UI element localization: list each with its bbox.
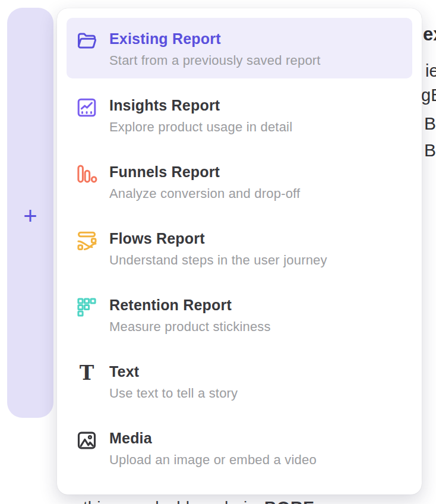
funnels-bars-icon bbox=[76, 163, 97, 185]
menu-item-retention-report[interactable]: Retention Report Measure product stickin… bbox=[67, 284, 412, 345]
menu-item-subtitle: Measure product stickiness bbox=[109, 319, 271, 335]
menu-item-text: Funnels Report Analyze conversion and dr… bbox=[109, 163, 300, 202]
menu-item-subtitle: Use text to tell a story bbox=[109, 385, 238, 402]
menu-item-text: Flows Report Understand steps in the use… bbox=[109, 229, 327, 269]
background-text-fragment: BORE bbox=[264, 498, 315, 504]
background-text-fragment: B bbox=[424, 114, 436, 134]
background-text-fragment: gE bbox=[421, 86, 436, 105]
insights-chart-icon bbox=[76, 97, 97, 118]
background-text-fragment: ex bbox=[423, 24, 436, 45]
background-text-fragment: ie bbox=[425, 61, 436, 81]
retention-grid-icon bbox=[76, 297, 97, 318]
menu-item-subtitle: Upload an image or embed a video bbox=[109, 452, 317, 468]
menu-item-subtitle: Explore product usage in detail bbox=[109, 119, 292, 136]
menu-item-text: Media Upload an image or embed a video bbox=[109, 429, 317, 468]
add-report-menu: Existing Report Start from a previously … bbox=[57, 8, 422, 494]
menu-item-funnels-report[interactable]: Funnels Report Analyze conversion and dr… bbox=[67, 151, 412, 212]
menu-item-text: Existing Report Start from a previously … bbox=[109, 30, 321, 69]
menu-item-title: Text bbox=[109, 363, 238, 380]
flows-stream-icon bbox=[76, 230, 97, 251]
plus-icon: + bbox=[23, 204, 37, 228]
menu-item-title: Flows Report bbox=[109, 229, 327, 247]
menu-item-insights-report[interactable]: Insights Report Explore product usage in… bbox=[67, 84, 412, 145]
menu-item-existing-report[interactable]: Existing Report Start from a previously … bbox=[67, 18, 412, 78]
menu-item-text: Retention Report Measure product stickin… bbox=[109, 296, 271, 335]
menu-item-title: Media bbox=[109, 429, 317, 447]
text-serif-icon: T bbox=[76, 363, 97, 385]
menu-item-subtitle: Start from a previously saved report bbox=[109, 52, 321, 69]
background-text-fragment: in bbox=[244, 498, 257, 504]
menu-item-subtitle: Analyze conversion and drop-off bbox=[109, 185, 300, 202]
background-text-fragment: this bbox=[83, 498, 109, 504]
menu-item-text: Text Use text to tell a story bbox=[109, 363, 238, 402]
menu-item-text-block[interactable]: T Text Use text to tell a story bbox=[67, 351, 412, 411]
add-content-rail[interactable]: + bbox=[7, 8, 53, 418]
background-text-fragment: dashboard bbox=[150, 498, 228, 504]
menu-item-title: Insights Report bbox=[109, 96, 292, 114]
menu-item-title: Funnels Report bbox=[109, 163, 300, 181]
menu-item-title: Existing Report bbox=[109, 30, 321, 48]
folder-open-icon bbox=[76, 30, 97, 52]
menu-item-text: Insights Report Explore product usage in… bbox=[109, 96, 292, 136]
menu-item-flows-report[interactable]: Flows Report Understand steps in the use… bbox=[67, 218, 412, 278]
media-image-icon bbox=[76, 430, 97, 451]
menu-item-media-block[interactable]: Media Upload an image or embed a video bbox=[67, 417, 412, 478]
background-text-fragment: B bbox=[424, 140, 436, 160]
menu-item-title: Retention Report bbox=[109, 296, 271, 314]
menu-item-subtitle: Understand steps in the user journey bbox=[109, 252, 327, 269]
